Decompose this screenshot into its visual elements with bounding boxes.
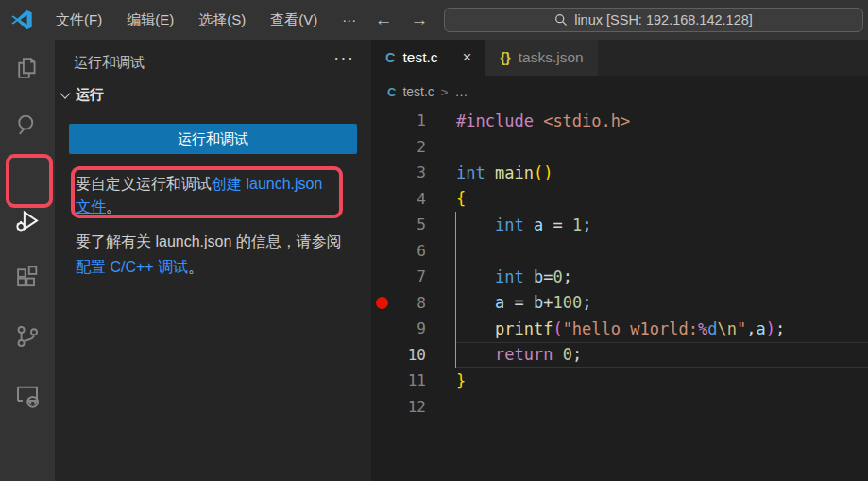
- code-line-6[interactable]: 6: [371, 238, 868, 265]
- code-text[interactable]: int b=0;: [456, 264, 868, 290]
- menu-item[interactable]: 查看(V): [258, 0, 330, 40]
- line-number: 12: [392, 398, 426, 416]
- forward-arrow-icon[interactable]: →: [408, 9, 431, 30]
- chevron-down-icon: [60, 88, 70, 98]
- title-bar: 文件(F)编辑(E)选择(S)查看(V)··· ← → linux [SSH: …: [0, 0, 868, 40]
- code-line-2[interactable]: 2: [371, 134, 868, 161]
- menu-bar: 文件(F)编辑(E)选择(S)查看(V)···: [43, 0, 368, 40]
- line-number: 10: [392, 346, 426, 364]
- c-file-icon: C: [385, 50, 395, 65]
- launch-json-info-hint: 要了解有关 launch.json 的信息，请参阅 配置 C/C++ 调试。: [76, 229, 348, 280]
- line-number: 5: [392, 215, 426, 233]
- section-label: 运行: [76, 86, 104, 104]
- menu-item[interactable]: 编辑(E): [114, 0, 186, 40]
- code-line-8[interactable]: 8 a = b+100;: [371, 290, 868, 317]
- tab-test.c[interactable]: Ctest.c×: [371, 40, 485, 76]
- code-text[interactable]: a = b+100;: [456, 290, 868, 317]
- code-line-9[interactable]: 9 printf("hello w1orld:%d\n",a);: [371, 316, 868, 342]
- search-label: linux [SSH: 192.168.142.128]: [574, 12, 753, 27]
- activity-bar: [0, 40, 55, 481]
- code-line-7[interactable]: 7 int b=0;: [371, 264, 868, 290]
- code-text[interactable]: printf("hello w1orld:%d\n",a);: [456, 316, 868, 342]
- run-debug-icon[interactable]: [0, 200, 55, 242]
- code-text[interactable]: int a = 1;: [456, 212, 868, 238]
- line-number: 9: [392, 319, 426, 337]
- tab-bar: Ctest.c×{}tasks.json: [371, 40, 868, 76]
- configure-cpp-debug-link[interactable]: 配置 C/C++ 调试: [76, 259, 188, 275]
- menu-item[interactable]: 文件(F): [43, 0, 114, 40]
- run-and-debug-button[interactable]: 运行和调试: [69, 124, 357, 154]
- line-number: 6: [392, 242, 426, 260]
- code-line-10[interactable]: 10 return 0;: [371, 342, 868, 369]
- line-number: 3: [392, 163, 426, 181]
- code-line-11[interactable]: 11}: [371, 368, 868, 394]
- code-text[interactable]: #include <stdio.h>: [456, 108, 868, 134]
- create-launch-json-link-file[interactable]: 文件: [76, 198, 106, 215]
- line-number: 7: [392, 267, 426, 285]
- extensions-icon[interactable]: [0, 257, 55, 299]
- code-text[interactable]: int main(): [456, 160, 868, 186]
- search-sidebar-icon[interactable]: [0, 104, 55, 146]
- code-text[interactable]: }: [456, 368, 868, 394]
- source-control-icon[interactable]: [0, 316, 55, 357]
- code-line-12[interactable]: 12: [371, 394, 868, 421]
- indent-guide: [455, 212, 456, 368]
- json-file-icon: {}: [500, 50, 510, 65]
- code-area[interactable]: 1#include <stdio.h>23int main()4{5 int a…: [371, 108, 868, 420]
- code-line-3[interactable]: 3int main(): [371, 160, 868, 186]
- breakpoint-dot[interactable]: [371, 297, 392, 309]
- code-text[interactable]: [456, 238, 868, 265]
- more-actions-icon[interactable]: ···: [333, 47, 354, 68]
- tab-tasks.json[interactable]: {}tasks.json: [485, 40, 597, 76]
- command-center-search[interactable]: linux [SSH: 192.168.142.128]: [444, 8, 863, 32]
- launch-json-hint: 要自定义运行和调试创建 launch.json 文件。: [76, 173, 332, 218]
- hint2-text: 要了解有关 launch.json 的信息，请参阅: [76, 233, 342, 249]
- tab-label: tasks.json: [519, 49, 584, 66]
- menu-item[interactable]: 选择(S): [186, 0, 258, 40]
- code-text[interactable]: {: [456, 186, 868, 213]
- vscode-logo-icon: [10, 9, 33, 31]
- search-icon: [554, 13, 568, 26]
- line-number: 1: [392, 112, 426, 129]
- explorer-icon[interactable]: [0, 47, 55, 89]
- hint1-text: 要自定义运行和调试: [76, 176, 212, 192]
- hint1-period: 。: [106, 198, 121, 215]
- remote-explorer-icon[interactable]: [0, 375, 55, 417]
- code-line-4[interactable]: 4{: [371, 186, 868, 213]
- section-run[interactable]: 运行: [61, 86, 104, 104]
- editor-group: Ctest.c×{}tasks.json C test.c > … 1#incl…: [371, 40, 868, 481]
- nav-arrows: ← →: [372, 0, 431, 40]
- line-number: 2: [392, 138, 426, 156]
- close-icon[interactable]: ×: [463, 48, 472, 67]
- create-launch-json-link[interactable]: 创建 launch.json: [212, 176, 322, 192]
- line-number: 4: [392, 190, 426, 208]
- code-text[interactable]: [456, 134, 868, 161]
- sidebar-title: 运行和调试: [74, 54, 145, 72]
- code-text[interactable]: return 0;: [456, 342, 868, 369]
- code-text[interactable]: [456, 394, 868, 421]
- hint2-period: 。: [188, 259, 203, 275]
- tab-label: test.c: [402, 49, 437, 66]
- run-debug-sidebar: 运行和调试 ··· 运行 运行和调试 要自定义运行和调试创建 launch.js…: [55, 40, 371, 481]
- breadcrumb-symbol[interactable]: …: [454, 84, 468, 99]
- menu-item[interactable]: ···: [330, 0, 368, 40]
- code-line-1[interactable]: 1#include <stdio.h>: [371, 108, 868, 134]
- c-file-icon: C: [387, 85, 396, 99]
- line-number: 11: [392, 371, 426, 389]
- breadcrumb-separator: >: [441, 85, 449, 99]
- line-number: 8: [392, 294, 426, 312]
- back-arrow-icon[interactable]: ←: [372, 9, 395, 30]
- breadcrumb-file[interactable]: test.c: [402, 84, 434, 99]
- breadcrumb: C test.c > …: [371, 76, 868, 108]
- code-line-5[interactable]: 5 int a = 1;: [371, 212, 868, 238]
